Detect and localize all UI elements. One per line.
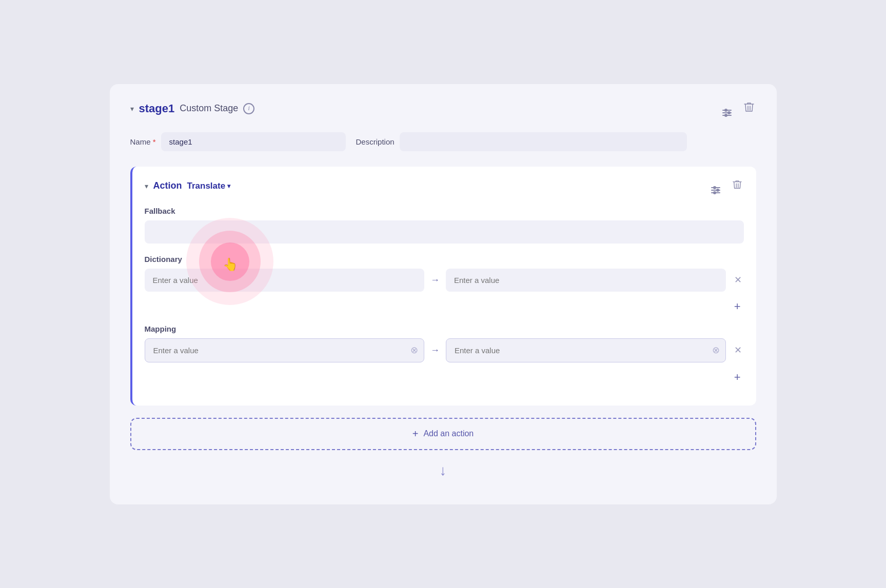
dropdown-caret-icon: ▾ — [227, 183, 230, 190]
fallback-label: Fallback — [145, 207, 744, 215]
required-star: * — [153, 137, 156, 146]
slider-line-2 — [722, 112, 732, 113]
dict-add-button[interactable]: + — [731, 299, 744, 314]
name-input[interactable] — [161, 132, 346, 151]
down-arrow-icon: ↓ — [440, 462, 447, 479]
stage-header-right — [720, 99, 756, 118]
action-collapse-chevron[interactable]: ▾ — [145, 182, 148, 190]
action-header: ▾ Action Translate ▾ — [145, 177, 744, 195]
fallback-input[interactable] — [145, 220, 744, 244]
mapping-key-clear-icon[interactable]: ⊗ — [410, 344, 418, 356]
action-slider-line-3 — [711, 192, 720, 193]
mapping-val-clear-icon[interactable]: ⊗ — [712, 344, 720, 356]
info-icon[interactable]: i — [243, 103, 254, 114]
action-header-left: ▾ Action Translate ▾ — [145, 180, 231, 191]
dict-key-input[interactable] — [145, 269, 425, 292]
dict-val-input[interactable] — [446, 269, 726, 292]
add-action-button[interactable]: + Add an action — [130, 418, 756, 450]
stage-header-left: ▾ stage1 Custom Stage i — [130, 102, 255, 115]
dict-remove-button[interactable]: ✕ — [732, 272, 744, 288]
mapping-val-input[interactable] — [446, 338, 726, 362]
dict-add-row: + — [145, 299, 744, 314]
mapping-arrow-icon: → — [430, 345, 440, 356]
mapping-label: Mapping — [145, 325, 744, 333]
slider-line-3 — [722, 115, 732, 116]
stage-name-label: stage1 — [139, 102, 175, 115]
mapping-remove-button[interactable]: ✕ — [732, 342, 744, 358]
action-settings-button[interactable] — [709, 177, 722, 195]
bottom-arrow-container: ↓ — [130, 462, 756, 479]
action-trash-icon — [733, 179, 742, 190]
stage-delete-button[interactable] — [742, 99, 756, 117]
mapping-val-wrapper: ⊗ — [446, 338, 726, 362]
mapping-add-row: + — [145, 370, 744, 385]
action-sliders-icon — [711, 187, 720, 193]
stage-type-label: Custom Stage — [180, 103, 238, 114]
sliders-icon — [722, 110, 732, 116]
dictionary-label: Dictionary — [145, 255, 744, 263]
stage-collapse-chevron[interactable]: ▾ — [130, 105, 134, 113]
add-action-plus-icon: + — [412, 428, 419, 440]
name-field-group: Name * — [130, 132, 346, 151]
desc-label: Description — [356, 137, 395, 146]
mapping-row: ⊗ → ⊗ ✕ — [145, 338, 744, 362]
fields-row: Name * Description — [130, 132, 756, 151]
stage-settings-button[interactable] — [720, 99, 734, 118]
stage-card: ▾ stage1 Custom Stage i Name — [110, 84, 777, 504]
action-delete-button[interactable] — [731, 177, 744, 194]
stage-header: ▾ stage1 Custom Stage i — [130, 99, 756, 118]
trash-icon — [744, 102, 754, 113]
action-type-label: Translate — [187, 181, 226, 191]
dict-arrow-icon: → — [430, 275, 440, 286]
mapping-key-wrapper: ⊗ — [145, 338, 425, 362]
mapping-add-button[interactable]: + — [731, 370, 744, 385]
description-input[interactable] — [400, 132, 687, 151]
action-header-right — [709, 177, 744, 195]
name-label-text: Name — [130, 137, 151, 146]
action-title: Action — [153, 180, 182, 191]
slider-line-1 — [722, 110, 732, 111]
action-type-dropdown[interactable]: Translate ▾ — [187, 181, 231, 191]
mapping-key-input[interactable] — [145, 338, 425, 362]
name-label: Name * — [130, 137, 156, 146]
desc-field-group: Description — [356, 132, 687, 151]
action-slider-line-2 — [711, 190, 720, 191]
action-slider-line-1 — [711, 187, 720, 188]
dictionary-row: → ✕ — [145, 269, 744, 292]
action-section: 👆 ▾ Action Translate ▾ — [130, 167, 756, 405]
add-action-label: Add an action — [423, 429, 474, 438]
